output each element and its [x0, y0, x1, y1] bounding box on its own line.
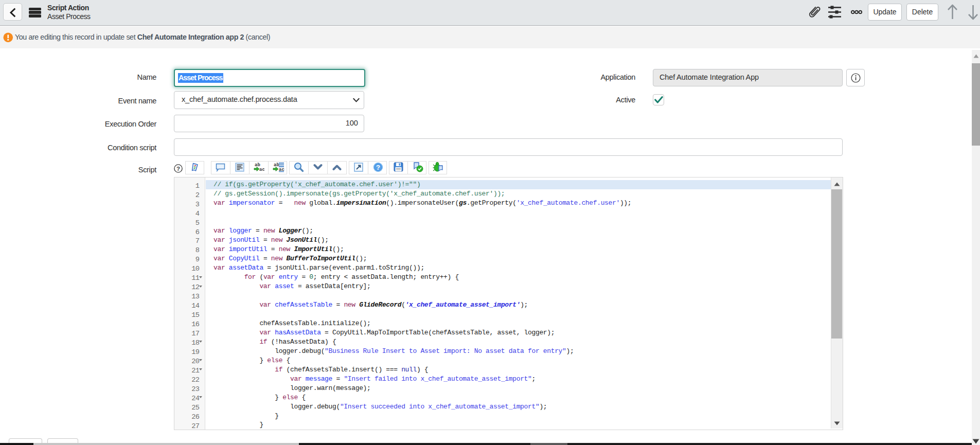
svg-text:?: ?: [376, 164, 380, 171]
svg-text:?: ?: [176, 166, 180, 172]
svg-text:ac: ac: [259, 167, 264, 172]
